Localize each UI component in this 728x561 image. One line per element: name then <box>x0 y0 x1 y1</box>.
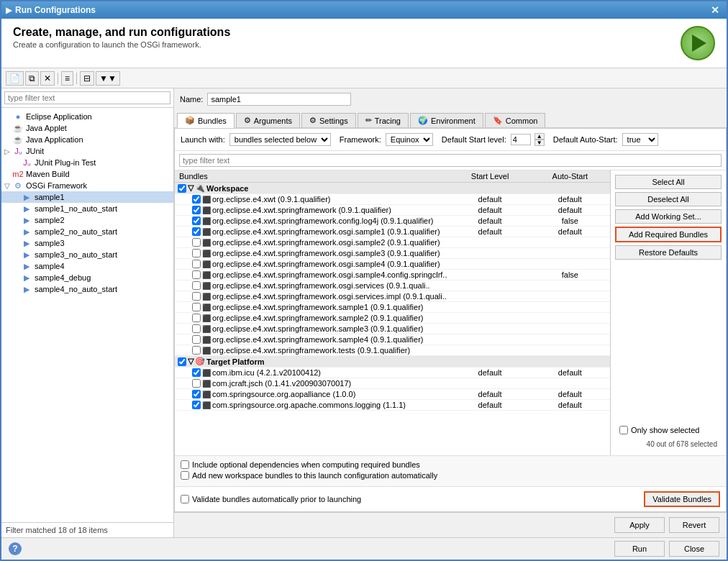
bundle-plugin-icon: ⬛ <box>202 304 211 311</box>
sidebar-filter-input[interactable] <box>4 91 170 104</box>
tab-content-bundles: Launch with: bundles selected below defa… <box>174 128 727 512</box>
close-button[interactable]: Close <box>669 541 719 557</box>
duplicate-config-button[interactable]: ⧉ <box>25 71 39 86</box>
deselect-all-button[interactable]: Deselect All <box>615 192 722 206</box>
bundle-checkbox[interactable] <box>192 195 201 204</box>
arguments-tab-icon: ⚙ <box>244 116 251 125</box>
bundle-checkbox[interactable] <box>192 292 201 301</box>
sidebar-item-sample1-no-auto[interactable]: ▶ sample1_no_auto_start <box>1 203 173 214</box>
sidebar-item-sample4-no-auto[interactable]: ▶ sample4_no_auto_start <box>1 283 173 295</box>
only-show-selected-checkbox[interactable] <box>619 426 628 434</box>
tab-tracing[interactable]: ✏ Tracing <box>358 113 409 127</box>
sidebar-item-sample2-no-auto[interactable]: ▶ sample2_no_auto_start <box>1 226 173 237</box>
bundle-checkbox[interactable] <box>192 270 201 279</box>
framework-select[interactable]: Equinox <box>386 133 433 146</box>
bundle-label: org.eclipse.e4.xwt.springframework.osgi.… <box>212 238 440 247</box>
add-working-set-button[interactable]: Add Working Set... <box>615 209 722 224</box>
include-optional-label: Include optional dependencies when compu… <box>192 460 420 469</box>
revert-button[interactable]: Revert <box>669 517 719 533</box>
sidebar-item-eclipse-application[interactable]: ● Eclipse Application <box>1 111 173 122</box>
sidebar-label: OSGi Framework <box>26 181 87 190</box>
filter-button[interactable]: ≡ <box>61 71 73 86</box>
bundle-checkbox[interactable] <box>192 390 201 398</box>
apply-button[interactable]: Apply <box>614 517 665 533</box>
bundle-label: com.ibm.icu (4.2.1.v20100412) <box>212 368 321 377</box>
java-app-icon: ☕ <box>13 134 23 145</box>
sidebar-item-sample4-debug[interactable]: ▶ sample4_debug <box>1 272 173 283</box>
close-window-button[interactable]: ✕ <box>708 4 722 16</box>
include-optional-checkbox[interactable] <box>181 460 189 469</box>
auto-start-cell: false <box>530 216 610 227</box>
sidebar-item-junit[interactable]: ▷ Jᵤ JUnit <box>1 145 173 157</box>
launch-with-select[interactable]: bundles selected below default bundles <box>229 133 331 146</box>
bundle-checkbox[interactable] <box>192 227 201 236</box>
auto-start-cell: default <box>530 400 610 411</box>
bundle-checkbox[interactable] <box>192 335 201 344</box>
sidebar-item-maven[interactable]: m2 Maven Build <box>1 168 173 180</box>
bundles-filter-input[interactable] <box>179 154 722 167</box>
delete-config-button[interactable]: ✕ <box>40 71 55 86</box>
header-subtitle: Create a configuration to launch the OSG… <box>13 40 230 49</box>
name-input[interactable] <box>207 93 351 106</box>
bundle-plugin-icon: ⬛ <box>202 347 211 355</box>
group-checkbox-workspace[interactable] <box>178 184 186 193</box>
bundle-checkbox[interactable] <box>192 324 201 333</box>
run-button[interactable]: Run <box>614 541 665 557</box>
sidebar-item-junit-plugin[interactable]: Jᵤ JUnit Plug-in Test <box>1 157 173 168</box>
spin-up-button[interactable]: ▲ <box>534 133 545 140</box>
config-icon: ▶ <box>22 261 32 271</box>
bundle-checkbox[interactable] <box>192 238 201 247</box>
sidebar-item-sample4[interactable]: ▶ sample4 <box>1 260 173 272</box>
table-row: ⬛ org.eclipse.e4.xwt.springframework.osg… <box>175 227 610 237</box>
tab-arguments[interactable]: ⚙ Arguments <box>236 113 300 127</box>
bundle-checkbox[interactable] <box>192 260 201 268</box>
bundle-name-cell: ⬛ org.eclipse.e4.xwt.springframework.osg… <box>175 237 450 248</box>
environment-tab-icon: 🌍 <box>418 116 428 125</box>
auto-start-select[interactable]: true false <box>622 133 658 146</box>
sidebar-item-sample1[interactable]: ▶ sample1 <box>1 191 173 203</box>
spin-down-button[interactable]: ▼ <box>534 140 545 146</box>
bundle-checkbox[interactable] <box>192 249 201 257</box>
validate-bundles-button[interactable]: Validate Bundles <box>644 491 720 507</box>
collapse-all-button[interactable]: ⊟ <box>80 71 94 86</box>
validate-checkbox-row: Validate bundles automatically prior to … <box>181 495 361 503</box>
sidebar-item-java-applet[interactable]: ☕ Java Applet <box>1 122 173 134</box>
start-level-input[interactable] <box>511 134 531 145</box>
sidebar-item-java-application[interactable]: ☕ Java Application <box>1 134 173 145</box>
bundle-checkbox[interactable] <box>192 346 201 355</box>
bundle-checkbox[interactable] <box>192 314 201 322</box>
expand-all-button[interactable]: ▼▼ <box>96 71 120 86</box>
add-required-bundles-button[interactable]: Add Required Bundles <box>615 227 722 242</box>
new-config-button[interactable]: 📄 <box>6 71 24 86</box>
add-new-workspace-checkbox[interactable] <box>181 471 189 480</box>
restore-defaults-button[interactable]: Restore Defaults <box>615 245 722 260</box>
bundles-table-element: Bundles Start Level Auto-Start <box>175 170 610 411</box>
expand-group-icon[interactable]: ▽ <box>188 183 194 193</box>
help-button[interactable]: ? <box>9 542 22 555</box>
tab-settings[interactable]: ⚙ Settings <box>301 113 356 127</box>
expand-group-icon-target[interactable]: ▽ <box>188 357 194 366</box>
bundle-plugin-icon: ⬛ <box>202 282 211 290</box>
sidebar-item-osgi[interactable]: ▽ ⚙ OSGi Framework <box>1 180 173 191</box>
group-name-target: Target Platform <box>206 357 264 366</box>
sidebar-item-sample2[interactable]: ▶ sample2 <box>1 214 173 226</box>
bundle-checkbox[interactable] <box>192 303 201 311</box>
bundle-checkbox[interactable] <box>192 379 201 388</box>
tab-common[interactable]: 🔖 Common <box>485 113 546 127</box>
start-level-cell <box>450 345 529 356</box>
bundle-checkbox[interactable] <box>192 216 201 225</box>
validate-auto-checkbox[interactable] <box>181 495 189 503</box>
header-title: Create, manage, and run configurations <box>13 26 230 39</box>
sidebar-item-sample3[interactable]: ▶ sample3 <box>1 237 173 249</box>
bundle-checkbox[interactable] <box>192 281 201 290</box>
bundles-area: Bundles Start Level Auto-Start <box>175 170 726 455</box>
tab-environment[interactable]: 🌍 Environment <box>410 113 483 127</box>
sidebar-label: Java Application <box>26 135 83 144</box>
bundle-checkbox[interactable] <box>192 368 201 377</box>
group-checkbox-target[interactable] <box>178 357 186 366</box>
bundle-checkbox[interactable] <box>192 401 201 409</box>
select-all-button[interactable]: Select All <box>615 175 722 189</box>
tab-bundles[interactable]: 📦 Bundles <box>177 113 235 128</box>
bundle-checkbox[interactable] <box>192 206 201 214</box>
sidebar-item-sample3-no-auto[interactable]: ▶ sample3_no_auto_start <box>1 249 173 260</box>
